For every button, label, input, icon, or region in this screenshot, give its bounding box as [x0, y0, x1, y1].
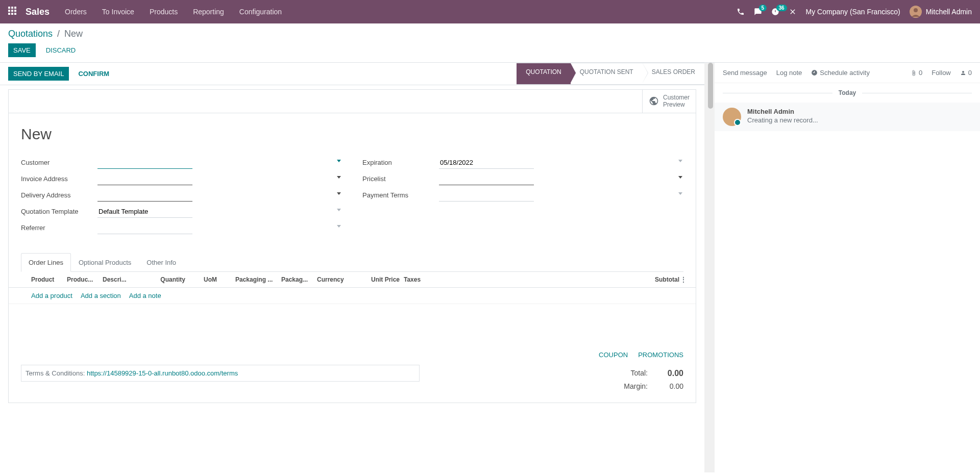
chatter-message: Mitchell Admin Creating a new record...	[715, 103, 980, 131]
add-section-link[interactable]: Add a section	[81, 292, 121, 299]
nav-configuration[interactable]: Configuration	[239, 8, 282, 16]
status-order[interactable]: Sales Order	[643, 63, 704, 85]
label-payment-terms: Payment Terms	[362, 191, 439, 199]
nav-reporting[interactable]: Reporting	[193, 8, 224, 16]
apps-icon[interactable]	[8, 7, 18, 17]
label-referrer: Referrer	[21, 224, 97, 232]
breadcrumb-current: New	[64, 29, 83, 39]
label-invoice-address: Invoice Address	[21, 175, 97, 183]
save-button[interactable]: Save	[8, 43, 36, 57]
col-unit-price: Unit Price	[363, 276, 404, 283]
payment-terms-field[interactable]	[439, 189, 534, 202]
status-bar: Quotation Quotation Sent Sales Order	[517, 63, 704, 85]
confirm-button[interactable]: Confirm	[73, 67, 114, 81]
activity-badge: 36	[776, 5, 787, 11]
chat-icon[interactable]: 5	[754, 8, 762, 16]
paperclip-icon	[911, 70, 917, 76]
margin-label: Margin:	[624, 382, 648, 390]
control-panel: Quotations / New Save Discard	[0, 23, 980, 63]
total-label: Total:	[631, 369, 648, 378]
send-message-button[interactable]: Send message	[723, 69, 767, 77]
expiration-field[interactable]	[439, 157, 534, 169]
debug-icon[interactable]	[789, 8, 797, 16]
add-product-link[interactable]: Add a product	[31, 292, 72, 299]
col-description: Descri...	[103, 276, 149, 283]
phone-icon[interactable]	[737, 8, 745, 16]
promotions-button[interactable]: Promotions	[638, 351, 683, 359]
status-quotation[interactable]: Quotation	[517, 63, 571, 85]
form-view: Send by Email Confirm Quotation Quotatio…	[0, 63, 706, 472]
referrer-field[interactable]	[97, 222, 192, 234]
main-navbar: Sales Orders To Invoice Products Reporti…	[0, 0, 980, 23]
discard-button[interactable]: Discard	[41, 43, 81, 57]
label-pricelist: Pricelist	[362, 175, 439, 183]
add-note-link[interactable]: Add a note	[129, 292, 161, 299]
clock-icon	[811, 69, 818, 76]
col-quantity: Quantity	[149, 276, 189, 283]
delivery-address-field[interactable]	[97, 189, 192, 202]
svg-point-1	[914, 8, 918, 12]
customer-field[interactable]	[97, 157, 192, 169]
chatter-panel: Send message Log note Schedule activity …	[715, 63, 980, 472]
tab-other-info[interactable]: Other Info	[139, 253, 184, 272]
log-note-button[interactable]: Log note	[776, 69, 802, 77]
invoice-address-field[interactable]	[97, 173, 192, 185]
col-currency: Currency	[317, 276, 363, 283]
col-taxes: Taxes	[404, 276, 439, 283]
customer-preview-button[interactable]: Customer Preview	[642, 90, 696, 113]
order-lines-empty	[9, 304, 696, 345]
record-title: New	[9, 113, 696, 149]
breadcrumb-root[interactable]: Quotations	[8, 29, 53, 39]
nav-menu: Orders To Invoice Products Reporting Con…	[65, 8, 737, 16]
label-delivery-address: Delivery Address	[21, 191, 97, 199]
schedule-activity-button[interactable]: Schedule activity	[811, 69, 870, 77]
col-uom: UoM	[189, 276, 235, 283]
avatar	[910, 6, 922, 18]
nav-to-invoice[interactable]: To Invoice	[102, 8, 134, 16]
message-body: Creating a new record...	[747, 116, 818, 124]
app-brand[interactable]: Sales	[26, 7, 50, 17]
label-customer: Customer	[21, 159, 97, 166]
col-product-tmpl: Produc...	[67, 276, 103, 283]
user-icon	[960, 70, 966, 76]
user-menu[interactable]: Mitchell Admin	[910, 6, 972, 18]
terms-conditions[interactable]: Terms & Conditions: https://14589929-15-…	[21, 365, 420, 382]
col-subtotal: Subtotal	[439, 276, 683, 283]
nav-products[interactable]: Products	[150, 8, 178, 16]
user-name: Mitchell Admin	[926, 8, 972, 16]
attachments-button[interactable]: 0	[911, 69, 922, 77]
notebook-tabs: Order Lines Optional Products Other Info	[21, 253, 683, 272]
quotation-template-field[interactable]	[97, 206, 192, 218]
col-packaging1: Packaging ...	[235, 276, 281, 283]
margin-value: 0.00	[658, 382, 683, 390]
label-expiration: Expiration	[362, 159, 439, 166]
activity-icon[interactable]: 36	[771, 8, 779, 16]
chat-badge: 5	[759, 5, 767, 11]
status-sent[interactable]: Quotation Sent	[571, 63, 643, 85]
globe-icon	[649, 96, 659, 106]
chatter-date-separator: Today	[723, 89, 972, 96]
follow-button[interactable]: Follow	[932, 69, 951, 77]
message-avatar	[723, 108, 741, 126]
coupon-button[interactable]: Coupon	[599, 351, 628, 359]
breadcrumb: Quotations / New	[8, 29, 972, 39]
terms-link[interactable]: https://14589929-15-0-all.runbot80.odoo.…	[87, 369, 238, 377]
nav-orders[interactable]: Orders	[65, 8, 87, 16]
followers-count[interactable]: 0	[960, 69, 972, 77]
label-quotation-template: Quotation Template	[21, 208, 97, 215]
message-author: Mitchell Admin	[747, 108, 818, 115]
tab-order-lines[interactable]: Order Lines	[21, 253, 71, 272]
column-options-icon[interactable]: ⋮	[680, 276, 687, 283]
col-packaging2: Packag...	[281, 276, 317, 283]
total-value: 0.00	[658, 369, 683, 378]
tab-optional-products[interactable]: Optional Products	[71, 253, 139, 272]
company-switcher[interactable]: My Company (San Francisco)	[806, 8, 900, 16]
send-email-button[interactable]: Send by Email	[8, 67, 69, 81]
order-lines-header: Product Produc... Descri... Quantity UoM…	[9, 272, 696, 288]
pricelist-field[interactable]	[439, 173, 534, 185]
form-scrollbar[interactable]	[706, 63, 715, 472]
col-product: Product	[31, 276, 67, 283]
